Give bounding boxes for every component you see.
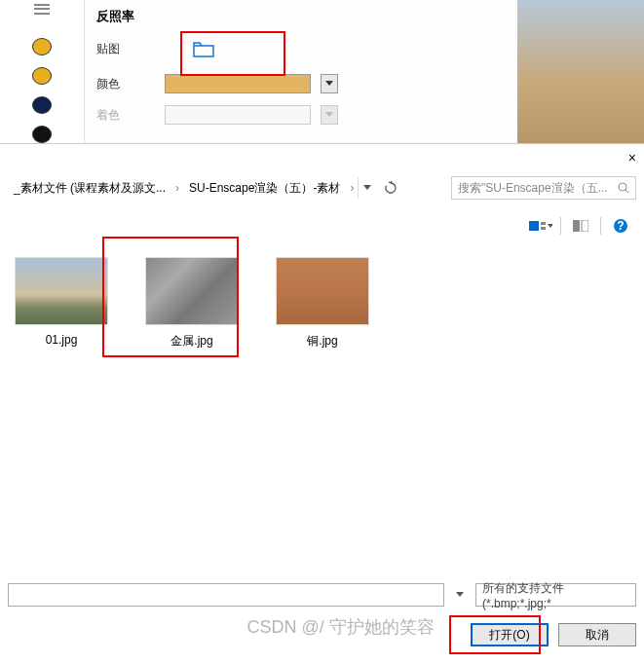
filename-input[interactable] <box>8 583 444 607</box>
color-swatch[interactable] <box>165 74 311 93</box>
help-button[interactable]: ? <box>609 216 632 236</box>
texture-label: 贴图 <box>96 41 155 57</box>
color-dropdown[interactable] <box>321 74 338 93</box>
material-dot[interactable] <box>32 126 52 143</box>
file-item[interactable]: 金属.jpg <box>138 257 246 350</box>
chevron-right-icon: › <box>175 181 179 195</box>
open-texture-button[interactable] <box>165 35 243 62</box>
chevron-down-icon <box>456 592 464 598</box>
file-name: 铜.jpg <box>307 333 337 350</box>
filetype-select[interactable]: 所有的支持文件 (*.bmp;*.jpg;* <box>475 583 636 607</box>
material-list <box>0 0 84 143</box>
refresh-button[interactable] <box>379 176 402 200</box>
file-list: 01.jpg 金属.jpg 铜.jpg <box>0 245 644 567</box>
view-mode-button[interactable] <box>529 216 552 236</box>
thumbnails-icon <box>529 219 546 233</box>
preview-image <box>517 0 644 143</box>
svg-rect-3 <box>541 222 546 225</box>
svg-rect-2 <box>529 221 539 231</box>
path-dropdown[interactable] <box>358 177 375 199</box>
chevron-right-icon: › <box>350 181 354 195</box>
layout-button[interactable] <box>569 216 592 236</box>
file-thumbnail <box>145 257 239 325</box>
cancel-button[interactable]: 取消 <box>558 623 636 646</box>
chevron-down-icon <box>548 224 553 228</box>
chevron-down-icon <box>363 185 371 191</box>
menu-icon[interactable] <box>34 4 50 15</box>
search-input[interactable]: 搜索"SU-Enscape渲染（五... <box>451 176 636 200</box>
divider <box>560 217 561 235</box>
breadcrumb-item[interactable]: _素材文件 (课程素材及源文... <box>8 176 171 201</box>
file-name: 金属.jpg <box>170 333 212 350</box>
filename-dropdown[interactable] <box>452 592 468 598</box>
file-open-dialog: × _素材文件 (课程素材及源文... › SU-Enscape渲染（五）-素材… <box>0 143 644 664</box>
svg-rect-5 <box>573 220 580 232</box>
help-icon: ? <box>613 218 628 234</box>
open-button[interactable]: 打开(O) <box>471 623 549 646</box>
filename-bar: 所有的支持文件 (*.bmp;*.jpg;* <box>0 580 644 609</box>
file-name: 01.jpg <box>46 333 78 347</box>
svg-rect-4 <box>541 227 546 230</box>
material-dot[interactable] <box>32 67 52 85</box>
svg-line-1 <box>625 190 628 193</box>
search-icon <box>618 182 629 194</box>
dialog-actions: 打开(O) 取消 <box>471 623 636 646</box>
material-panel: 反照率 贴图 颜色 着色 <box>0 0 644 143</box>
tint-dropdown <box>321 105 338 125</box>
refresh-icon <box>384 181 398 195</box>
material-dot[interactable] <box>32 38 52 55</box>
chevron-down-icon <box>325 112 333 118</box>
search-placeholder: 搜索"SU-Enscape渲染（五... <box>458 180 608 197</box>
columns-icon <box>573 220 588 232</box>
folder-icon <box>192 39 215 58</box>
breadcrumb-item[interactable]: SU-Enscape渲染（五）-素材 <box>183 176 346 201</box>
color-label: 颜色 <box>96 76 155 92</box>
tint-swatch <box>165 105 311 125</box>
breadcrumb-bar: _素材文件 (课程素材及源文... › SU-Enscape渲染（五）-素材 ›… <box>0 173 644 203</box>
file-item[interactable]: 01.jpg <box>8 257 115 347</box>
svg-text:?: ? <box>617 219 624 233</box>
chevron-down-icon <box>325 81 333 87</box>
tint-label: 着色 <box>96 107 155 124</box>
filetype-label: 所有的支持文件 (*.bmp;*.jpg;* <box>482 580 629 610</box>
svg-point-0 <box>619 183 626 191</box>
material-dot[interactable] <box>32 96 52 114</box>
view-toolbar: ? <box>517 210 644 241</box>
divider <box>600 217 601 235</box>
svg-rect-6 <box>582 220 588 232</box>
file-thumbnail <box>276 257 369 325</box>
file-item[interactable]: 铜.jpg <box>269 257 376 350</box>
file-thumbnail <box>15 257 108 325</box>
close-button[interactable]: × <box>628 150 636 166</box>
